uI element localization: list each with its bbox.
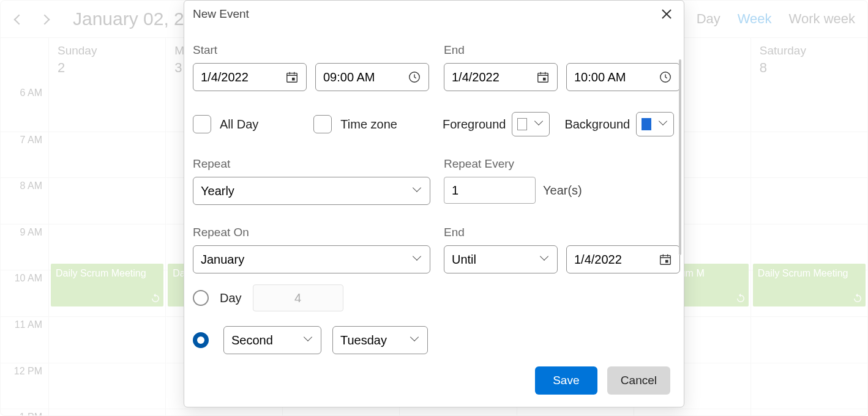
repeat-weekday-select[interactable]: Tuesday: [332, 326, 428, 354]
chevron-down-icon: [414, 187, 422, 195]
scrollbar-thumb[interactable]: [679, 59, 681, 255]
chevron-down-icon: [305, 336, 313, 344]
end-time-input[interactable]: [566, 63, 680, 91]
svg-rect-7: [665, 260, 668, 263]
new-event-dialog: New Event Start: [184, 0, 684, 407]
repeat-ordinal-select[interactable]: Second: [223, 326, 321, 354]
start-date-input[interactable]: [193, 63, 307, 91]
chevron-down-icon: [411, 336, 420, 344]
repeat-label: Repeat: [193, 157, 430, 171]
repeat-on-day-radio[interactable]: [193, 290, 209, 306]
timezone-label: Time zone: [340, 117, 397, 132]
repeat-every-label: Repeat Every: [444, 157, 680, 171]
repeat-on-month-select[interactable]: January: [193, 245, 430, 273]
svg-rect-1: [292, 78, 295, 81]
foreground-label: Foreground: [443, 117, 506, 132]
repeat-on-day-label: Day: [220, 291, 242, 305]
recurrence-end-label: End: [444, 226, 680, 239]
cancel-button[interactable]: Cancel: [607, 366, 670, 395]
calendar-icon: [536, 70, 550, 84]
repeat-on-day-number: 4: [253, 284, 343, 311]
calendar-icon: [285, 70, 299, 84]
end-until-date-input[interactable]: [566, 245, 680, 273]
color-swatch: [642, 118, 651, 130]
color-swatch: [517, 118, 527, 130]
end-date-input[interactable]: [444, 63, 558, 91]
svg-rect-4: [543, 78, 546, 81]
background-label: Background: [564, 117, 630, 132]
clock-icon: [659, 70, 672, 84]
chevron-down-icon: [660, 120, 668, 128]
end-label: End: [444, 43, 680, 57]
start-label: Start: [193, 43, 430, 57]
dialog-title: New Event: [193, 7, 249, 21]
foreground-color-select[interactable]: [512, 112, 550, 136]
repeat-on-ordinal-radio[interactable]: [193, 332, 209, 348]
allday-label: All Day: [220, 117, 258, 132]
repeat-select[interactable]: Yearly: [193, 177, 430, 205]
start-time-input[interactable]: [315, 63, 429, 91]
timezone-checkbox[interactable]: [313, 115, 332, 133]
allday-checkbox[interactable]: [193, 115, 211, 133]
chevron-down-icon: [414, 255, 422, 264]
end-mode-select[interactable]: Until: [444, 245, 558, 273]
clock-icon: [408, 70, 421, 84]
repeat-every-input[interactable]: [444, 177, 536, 204]
calendar-icon: [659, 253, 672, 266]
repeat-on-label: Repeat On: [193, 226, 430, 239]
close-button[interactable]: [658, 6, 675, 23]
chevron-down-icon: [536, 120, 544, 128]
repeat-every-unit: Year(s): [543, 184, 582, 198]
save-button[interactable]: Save: [535, 366, 597, 395]
chevron-down-icon: [541, 255, 550, 264]
background-color-select[interactable]: [636, 112, 674, 136]
